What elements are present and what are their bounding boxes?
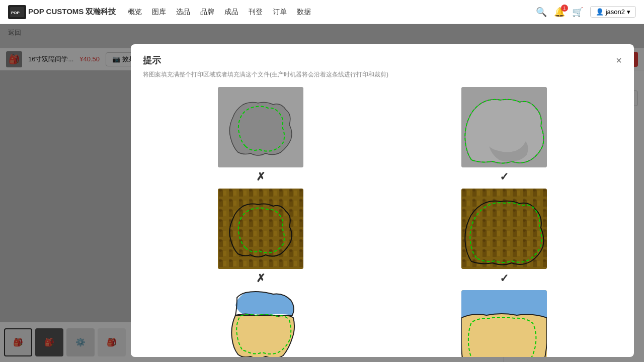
logo-icon: POP — [8, 5, 26, 19]
nav-selection[interactable]: 选品 — [176, 8, 190, 17]
color-complete-image — [461, 290, 547, 357]
logo-text: POP CUSTOMS 双瀚科技 — [28, 7, 116, 17]
nav-product[interactable]: 成品 — [224, 8, 238, 17]
modal-description: 将图案填充满整个打印区域或者填充满这个文件(生产时机器将会沿着这条线进行打印和裁… — [143, 70, 622, 79]
nav-publish[interactable]: 刊登 — [249, 8, 263, 17]
mark-check-1: ✓ — [500, 170, 509, 184]
chevron-down-icon: ▾ — [627, 8, 630, 16]
modal-close-button[interactable]: × — [616, 55, 622, 66]
nav-overview[interactable]: 概览 — [128, 8, 142, 17]
notification-badge: 1 — [561, 5, 568, 12]
hint-row-1: ✗ ✓ — [143, 87, 622, 184]
top-navigation: POP POP CUSTOMS 双瀚科技 概览 图库 选品 品牌 成品 刊登 订… — [0, 0, 644, 24]
nav-order[interactable]: 订单 — [273, 8, 287, 17]
forest-complete-image — [461, 189, 547, 269]
modal-title: 提示 — [143, 54, 161, 66]
logo: POP POP CUSTOMS 双瀚科技 — [8, 5, 116, 19]
grey-complete-image — [461, 87, 547, 167]
hint-row-3: ✗ ✓ — [143, 290, 622, 357]
user-avatar-icon: 👤 — [596, 8, 604, 16]
forest-incomplete-pair: ✗ — [143, 189, 378, 285]
hint-row-2: ✗ — [143, 189, 622, 285]
mark-check-2: ✓ — [500, 272, 509, 285]
user-name: jason2 — [606, 8, 625, 16]
forest-incomplete-image — [218, 189, 303, 269]
color-complete-pair: ✓ — [386, 290, 622, 357]
mark-x-1: ✗ — [256, 170, 265, 184]
bell-icon[interactable]: 🔔1 — [554, 7, 565, 18]
modal-header: 提示 × — [143, 54, 622, 66]
search-icon[interactable]: 🔍 — [536, 7, 547, 18]
grey-complete-pair: ✓ — [386, 87, 622, 184]
main-area: 返回 🎒 16寸双隔间学... ¥40.50 📷 效果图 保存 加入购物车 — [0, 24, 644, 362]
forest-complete-pair: ✓ — [386, 189, 622, 285]
cart-icon[interactable]: 🛒 — [572, 7, 583, 18]
mark-x-2: ✗ — [256, 272, 265, 285]
grey-incomplete-image — [218, 87, 303, 167]
user-button[interactable]: 👤 jason2 ▾ — [590, 6, 636, 18]
color-incomplete-pair: ✗ — [143, 290, 378, 357]
color-incomplete-image — [218, 290, 303, 357]
svg-text:POP: POP — [11, 11, 20, 15]
nav-links: 概览 图库 选品 品牌 成品 刊登 订单 数据 — [128, 8, 535, 17]
grey-incomplete-pair: ✗ — [143, 87, 378, 184]
nav-gallery[interactable]: 图库 — [152, 8, 166, 17]
nav-brand[interactable]: 品牌 — [200, 8, 214, 17]
nav-data[interactable]: 数据 — [297, 8, 311, 17]
hint-modal: 提示 × 将图案填充满整个打印区域或者填充满这个文件(生产时机器将会沿着这条线进… — [131, 44, 634, 357]
nav-right: 🔍 🔔1 🛒 👤 jason2 ▾ — [536, 6, 636, 18]
